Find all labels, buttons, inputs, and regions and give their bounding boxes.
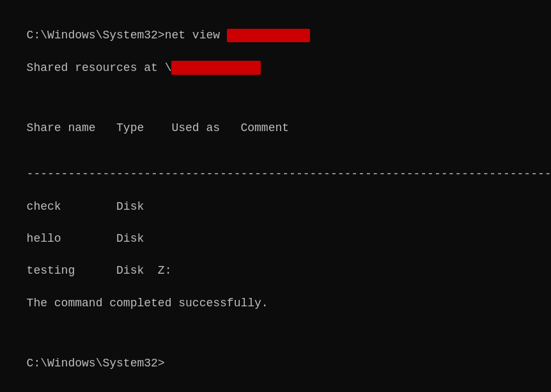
spacer-5 bbox=[13, 325, 538, 340]
separator-line: ----------------------------------------… bbox=[13, 150, 538, 182]
command-text: C:\Windows\System32>net view bbox=[27, 29, 227, 42]
spacer-1 bbox=[13, 76, 538, 90]
row-check: check Disk bbox=[27, 200, 144, 213]
success-message-line: The command completed successfully. bbox=[13, 279, 538, 311]
table-row: check Disk bbox=[13, 183, 538, 215]
success-message: The command completed successfully. bbox=[27, 297, 268, 310]
command-line: C:\Windows\System32>net view bbox=[13, 12, 538, 43]
table-row: testing Disk Z: bbox=[13, 247, 538, 279]
spacer-4 bbox=[13, 311, 538, 325]
shared-resources-text: Shared resources at \ bbox=[27, 61, 172, 74]
shared-resources-line: Shared resources at \ bbox=[13, 43, 538, 75]
prompt-text: C:\Windows\System32> bbox=[27, 357, 165, 370]
row-testing: testing Disk Z: bbox=[27, 264, 172, 277]
spacer-2 bbox=[13, 90, 538, 104]
header-text: Share name Type Used as Comment bbox=[27, 122, 289, 134]
redacted-hostname bbox=[171, 61, 261, 75]
prompt-line: C:\Windows\System32> bbox=[13, 340, 538, 372]
redacted-ip-1 bbox=[227, 29, 310, 43]
row-hello: hello Disk bbox=[27, 232, 144, 245]
spacer-3 bbox=[13, 136, 538, 150]
separator-text: ----------------------------------------… bbox=[27, 168, 551, 180]
table-header: Share name Type Used as Comment bbox=[13, 104, 538, 136]
table-row: hello Disk bbox=[13, 215, 538, 247]
